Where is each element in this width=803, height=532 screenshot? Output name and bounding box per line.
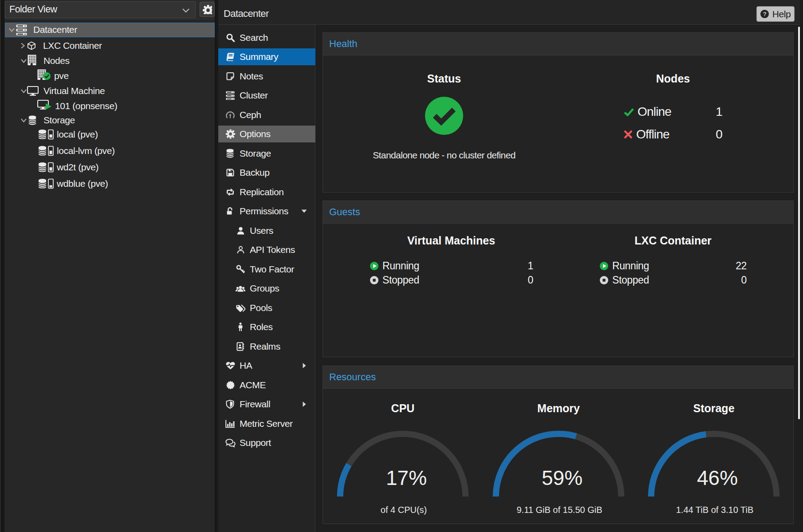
svg-text:?: ? [763,11,766,17]
